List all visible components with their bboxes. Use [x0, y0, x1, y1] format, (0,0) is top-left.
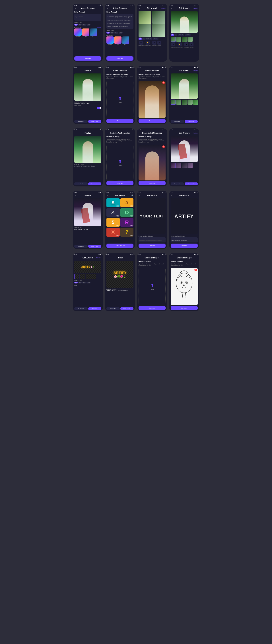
try-label-4[interactable]: Try [130, 215, 133, 216]
effect-card-5-orange[interactable]: 5 Try [106, 218, 120, 227]
erase-icon-4[interactable]: ✕ Erase Object [184, 42, 189, 48]
finalize-link-3[interactable]: Finalize [160, 8, 166, 9]
finalize-link-4[interactable]: Finalize [192, 8, 198, 9]
ar-btn-169[interactable]: 16:9 [86, 24, 90, 26]
thumb-12-4[interactable] [188, 163, 192, 168]
share-btn-9[interactable]: Share to Feed [88, 182, 102, 185]
regen-icon-3[interactable]: ↺ Re-generate [138, 40, 144, 46]
share-btn-18[interactable]: Share to Feed [120, 307, 134, 310]
title-value-13[interactable]: Clara | Honkai: Star Rail [74, 229, 101, 230]
select-hover-3[interactable]: Hover To [146, 38, 152, 40]
thumb-8-2[interactable] [176, 100, 181, 105]
effect-card-R-purple[interactable]: R Try [120, 218, 134, 227]
thumb-4-1[interactable] [171, 37, 176, 42]
finalize-link-12[interactable]: Finalize [192, 132, 198, 134]
try-label-7[interactable]: Try [116, 235, 119, 236]
thumb-17-1[interactable] [74, 274, 80, 279]
search-icon-14[interactable]: 🔍 [131, 194, 134, 196]
back-icon-8[interactable]: ← [171, 70, 172, 72]
thumb-17-2[interactable] [80, 274, 85, 279]
generate-btn-15[interactable]: Generate [138, 244, 166, 248]
share-btn-13[interactable]: Share to Feed [88, 245, 102, 248]
upload-area-filled-7[interactable]: ✕ [138, 81, 166, 118]
img-cell-3[interactable] [138, 24, 151, 37]
thumb-17-3[interactable] [86, 274, 91, 279]
img-cell-1[interactable] [138, 11, 151, 24]
try-label-5[interactable]: Try [116, 225, 119, 226]
upload-area-10[interactable]: ⬆ Upload [106, 145, 134, 180]
regen-btn-8[interactable]: Re-generate [171, 120, 184, 123]
back-icon-5[interactable]: ← [74, 70, 76, 72]
back-icon-16[interactable]: ← [171, 194, 172, 196]
thumb-12-3[interactable] [182, 163, 187, 168]
select-hover-4[interactable]: Hover To [178, 34, 184, 36]
describe-input-15[interactable]: Describe the text effects you want to ge… [138, 238, 166, 242]
back-icon-12[interactable]: ← [171, 132, 172, 134]
ar-btn-916[interactable]: 9:16 [82, 24, 86, 26]
thumb-4-4[interactable] [188, 37, 192, 42]
back-icon-20[interactable]: ← [171, 257, 172, 259]
share-toggle-5[interactable] [97, 107, 101, 109]
style-colorful[interactable]: Colorful [74, 28, 82, 37]
generate-btn-19[interactable]: Generate [138, 306, 166, 310]
regen-btn-17[interactable]: Re-generate [74, 307, 88, 310]
download-btn-9[interactable]: Download Art [74, 182, 88, 185]
grid-icon-3[interactable]: ⊞ [138, 38, 142, 40]
back-icon-17[interactable]: ← [74, 257, 76, 259]
try-label-2[interactable]: Try [130, 205, 133, 207]
back-icon-9[interactable]: ← [74, 132, 76, 134]
style-colorful-2[interactable]: Colorful [106, 36, 114, 45]
effect-card-O-green[interactable]: O Try [120, 208, 134, 217]
thumb-17-4[interactable] [91, 274, 96, 279]
share-btn-5[interactable]: Share to Feed [88, 120, 102, 123]
back-icon-1[interactable]: ← [74, 7, 76, 9]
back-icon-11[interactable]: ← [138, 132, 140, 134]
generate-btn-11[interactable]: Generate [138, 181, 166, 185]
variations-icon-4[interactable]: ⚡ Create Variations [176, 42, 183, 48]
download-btn-12[interactable]: Download All [184, 182, 198, 185]
edit-icon-3[interactable]: ✏ Edit Input [158, 40, 162, 46]
prompt-input-1[interactable]: Type anything... [74, 14, 101, 21]
generate-btn-7[interactable]: Generate [138, 119, 166, 123]
try-label-3[interactable]: Try [116, 215, 119, 216]
back-icon-13[interactable]: ← [74, 194, 76, 196]
download-btn-18[interactable]: Download Art [106, 307, 120, 310]
upload-area-6[interactable]: ⬆ Upload [106, 81, 134, 118]
variations-icon-3[interactable]: ⚡ Create Variations [144, 40, 151, 46]
create-own-btn-14[interactable]: Create My Own [106, 244, 134, 248]
main-image-4[interactable] [171, 11, 198, 33]
upload-area-19[interactable]: ⬆ Upload [138, 268, 166, 305]
thumb-8-4[interactable] [188, 100, 192, 105]
select-guide-4[interactable]: Guide A [184, 34, 190, 36]
describe-input-16[interactable]: Colorful flowers and leaves [171, 238, 198, 242]
edit-icon-4[interactable]: ✏ Edit Input [190, 42, 194, 48]
style-3d-2[interactable]: 3D S... [122, 36, 129, 45]
ar-btn-211[interactable]: 1:1 [106, 32, 110, 34]
download-btn-17[interactable]: Download [88, 307, 102, 310]
regen-btn-12[interactable]: Re-generate [171, 182, 184, 185]
effect-card-Q-dark[interactable]: ? Try [120, 228, 134, 237]
generate-btn-2[interactable]: Generate [106, 56, 134, 60]
close-upload-11[interactable]: ✕ [162, 146, 165, 148]
back-icon-19[interactable]: ← [138, 257, 140, 259]
ar-btn-2916[interactable]: 9:16 [114, 32, 118, 34]
ar-17-169[interactable]: 16:9 [86, 282, 90, 284]
ar-btn-2169[interactable]: 16:9 [118, 32, 122, 34]
select-guide-3[interactable]: Guide A [152, 38, 158, 40]
title-value-18[interactable]: ARTIFY: Flower & Leaves Text Effects [106, 290, 134, 292]
generate-btn-20[interactable]: Generate [171, 306, 198, 310]
title-value-9[interactable]: Anime Girl in Forest Holding Flowers [74, 166, 101, 167]
close-upload-7[interactable]: ✕ [162, 82, 165, 84]
finalize-link-17[interactable]: Finalize [96, 257, 101, 258]
single-icon-4[interactable]: □ [174, 34, 177, 36]
thumb-4-2[interactable] [176, 37, 181, 42]
ar-17-43[interactable]: 4:3 [78, 282, 82, 284]
effect-card-X-red[interactable]: X Try [106, 228, 120, 237]
thumb-8-3[interactable] [182, 100, 187, 105]
thumb-8-1[interactable] [171, 100, 176, 105]
thumb-8-5[interactable] [193, 100, 198, 105]
effect-card-A-orange[interactable]: A Try [120, 198, 134, 207]
back-icon-10[interactable]: ← [106, 132, 108, 134]
thumb-12-1[interactable] [171, 163, 176, 168]
grid-icon-4[interactable]: ⊞ [171, 34, 174, 36]
